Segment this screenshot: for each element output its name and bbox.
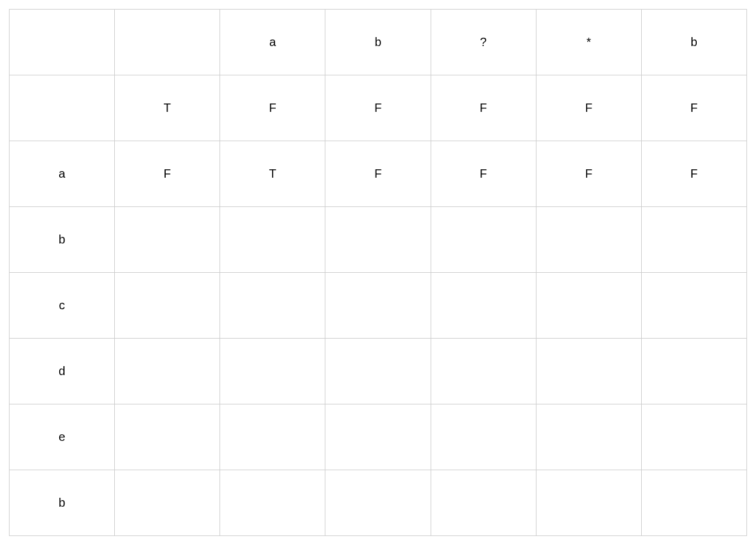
table-cell: [10, 10, 115, 75]
table-cell: [431, 404, 536, 470]
table-cell: [431, 273, 536, 339]
table-cell: [325, 339, 431, 404]
table-cell: [115, 207, 220, 273]
table-cell: c: [10, 273, 115, 339]
table-cell: [641, 339, 746, 404]
table-cell: F: [536, 75, 641, 141]
table-row: TFFFFF: [10, 75, 747, 141]
table-cell: [325, 470, 431, 536]
table-cell: [220, 273, 325, 339]
table-cell: [115, 470, 220, 536]
table-cell: F: [641, 75, 746, 141]
table-cell: [115, 273, 220, 339]
table-cell: b: [10, 207, 115, 273]
table-cell: [431, 339, 536, 404]
table-cell: [10, 75, 115, 141]
table-cell: F: [220, 75, 325, 141]
table-row: b: [10, 470, 747, 536]
table-row: c: [10, 273, 747, 339]
table-row: b: [10, 207, 747, 273]
table-cell: [641, 404, 746, 470]
table-cell: [536, 273, 641, 339]
table-cell: F: [431, 141, 536, 207]
table-cell: [431, 470, 536, 536]
table-cell: [536, 207, 641, 273]
table-cell: F: [641, 141, 746, 207]
table-cell: [641, 207, 746, 273]
table-cell: a: [220, 10, 325, 75]
table-cell: F: [115, 141, 220, 207]
table-cell: *: [536, 10, 641, 75]
table-cell: [115, 404, 220, 470]
table-cell: [325, 207, 431, 273]
table-cell: d: [10, 339, 115, 404]
table-cell: [115, 339, 220, 404]
table-cell: [220, 404, 325, 470]
table-cell: [641, 273, 746, 339]
table-cell: T: [220, 141, 325, 207]
dp-matrix-table: ab?*bTFFFFFaFTFFFFbcdeb: [9, 9, 747, 536]
table-cell: F: [431, 75, 536, 141]
table-cell: [325, 404, 431, 470]
table-cell: b: [10, 470, 115, 536]
table-cell: [325, 273, 431, 339]
table-cell: F: [325, 75, 431, 141]
table-row: ab?*b: [10, 10, 747, 75]
table-cell: a: [10, 141, 115, 207]
dp-matrix-body: ab?*bTFFFFFaFTFFFFbcdeb: [10, 10, 747, 536]
table-cell: [220, 470, 325, 536]
table-cell: [220, 207, 325, 273]
table-cell: [641, 470, 746, 536]
table-row: d: [10, 339, 747, 404]
table-cell: b: [325, 10, 431, 75]
table-row: e: [10, 404, 747, 470]
table-cell: b: [641, 10, 746, 75]
table-cell: F: [536, 141, 641, 207]
table-cell: F: [325, 141, 431, 207]
table-cell: e: [10, 404, 115, 470]
table-row: aFTFFFF: [10, 141, 747, 207]
table-cell: [115, 10, 220, 75]
table-cell: [431, 207, 536, 273]
table-cell: T: [115, 75, 220, 141]
table-cell: [536, 404, 641, 470]
table-cell: ?: [431, 10, 536, 75]
table-cell: [220, 339, 325, 404]
table-cell: [536, 470, 641, 536]
table-cell: [536, 339, 641, 404]
